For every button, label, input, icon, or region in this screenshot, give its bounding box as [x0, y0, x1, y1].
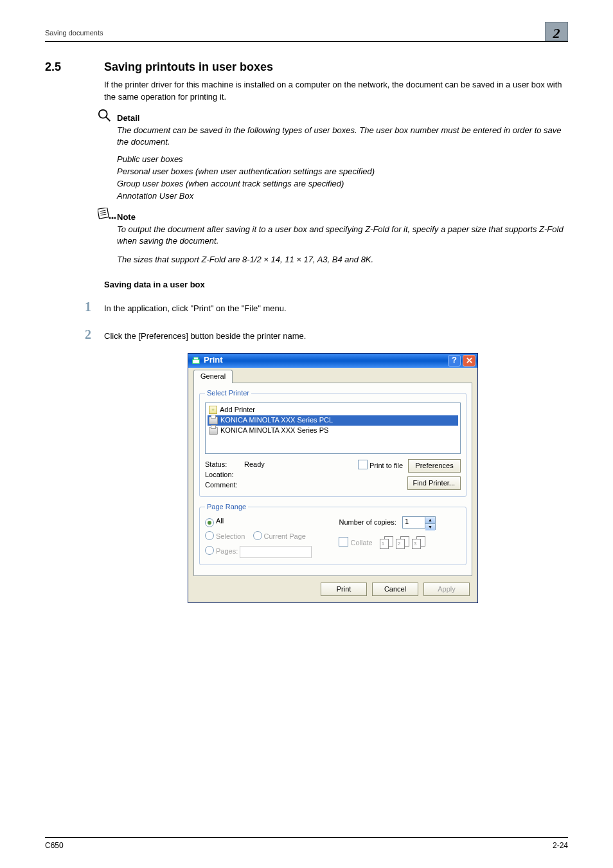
footer-model: C650	[45, 840, 64, 851]
printer-item-add[interactable]: + Add Printer	[208, 405, 458, 415]
section-number: 2.5	[45, 59, 104, 75]
checkbox-icon	[339, 537, 348, 547]
page-header: Saving documents 2	[45, 24, 568, 42]
svg-line-5	[101, 214, 107, 215]
radio-icon	[205, 546, 214, 555]
svg-line-4	[100, 212, 106, 213]
radio-icon	[205, 518, 214, 527]
step-text: In the application, click "Print" on the…	[104, 303, 568, 315]
radio-icon	[253, 531, 262, 540]
copies-stepper[interactable]: 1 ▲ ▼	[402, 516, 436, 530]
tab-general[interactable]: General	[193, 370, 233, 383]
range-selection-label: Selection	[216, 532, 245, 540]
print-to-file-checkbox[interactable]: Print to file	[358, 460, 403, 471]
note-text-2: The sizes that support Z-Fold are 8-1/2 …	[117, 254, 568, 266]
range-all-label: All	[216, 517, 224, 525]
collate-checkbox: Collate	[339, 539, 374, 547]
printer-icon	[209, 417, 218, 424]
cancel-button[interactable]: Cancel	[372, 583, 418, 596]
step-text: Click the [Preferences] button beside th…	[104, 330, 568, 343]
note-icon	[98, 208, 112, 222]
copies-label: Number of copies:	[339, 518, 396, 526]
location-label: Location:	[205, 469, 242, 480]
detail-heading: Detail	[117, 113, 568, 125]
step-number: 2	[85, 325, 104, 344]
svg-rect-2	[98, 208, 109, 219]
status-value: Ready	[244, 460, 265, 468]
section-title: Saving printouts in user boxes	[104, 59, 273, 75]
comment-label: Comment:	[205, 480, 242, 490]
svg-point-8	[114, 217, 116, 219]
svg-line-3	[100, 210, 106, 212]
svg-rect-10	[194, 357, 199, 360]
printer-item[interactable]: KONICA MINOLTA XXX Series PS	[208, 426, 458, 436]
help-button[interactable]: ?	[448, 355, 461, 366]
select-printer-group: Select Printer + Add Printer KONICA MINO…	[199, 388, 466, 497]
range-pages-label: Pages:	[216, 547, 238, 555]
range-currentpage-radio: Current Page	[253, 532, 306, 540]
pages-input	[240, 546, 312, 558]
note-text-1: To output the document after saving it t…	[117, 224, 568, 248]
collate-graphic: 11 22 33	[380, 536, 426, 550]
running-title: Saving documents	[45, 24, 568, 39]
printer-item-label: KONICA MINOLTA XXX Series PS	[220, 426, 328, 436]
printer-listbox[interactable]: + Add Printer KONICA MINOLTA XXX Series …	[205, 402, 461, 454]
svg-point-6	[109, 217, 111, 219]
range-pages-radio: Pages:	[205, 547, 240, 555]
find-printer-button[interactable]: Find Printer...	[407, 476, 461, 490]
svg-line-1	[106, 117, 110, 121]
dialog-title: Print	[204, 354, 223, 366]
dialog-titlebar[interactable]: Print ?	[188, 354, 477, 368]
spin-down-icon[interactable]: ▼	[425, 523, 435, 530]
printer-item-label: Add Printer	[220, 405, 255, 415]
detail-list-item: Group user boxes (when account track set…	[117, 178, 568, 190]
page-range-group: Page Range All	[199, 502, 466, 565]
print-dialog: Print ? General Select Printer	[188, 353, 478, 603]
printer-item-label: KONICA MINOLTA XXX Series PCL	[220, 415, 333, 426]
collate-label: Collate	[350, 539, 372, 547]
print-button[interactable]: Print	[321, 583, 367, 596]
select-printer-legend: Select Printer	[205, 388, 251, 399]
detail-list-item: Annotation User Box	[117, 190, 568, 203]
step-number: 1	[85, 298, 104, 316]
preferences-button[interactable]: Preferences	[408, 459, 461, 473]
range-selection-radio: Selection	[205, 532, 247, 540]
magnifier-icon	[98, 109, 112, 123]
apply-button: Apply	[423, 583, 470, 596]
close-button[interactable]	[463, 355, 475, 366]
print-to-file-label: Print to file	[369, 462, 403, 469]
footer-page-number: 2-24	[553, 840, 568, 851]
detail-list-item: Public user boxes	[117, 154, 568, 166]
detail-text: The document can be saved in the followi…	[117, 125, 568, 149]
detail-list-item: Personal user boxes (when user authentic…	[117, 166, 568, 178]
range-all-radio[interactable]: All	[205, 517, 224, 525]
spin-up-icon[interactable]: ▲	[425, 517, 435, 523]
radio-icon	[205, 531, 214, 540]
svg-point-7	[112, 217, 114, 219]
page-range-legend: Page Range	[205, 502, 248, 512]
copies-value: 1	[402, 516, 425, 529]
page-footer: C650 2-24	[45, 837, 568, 851]
procedure-heading: Saving data in a user box	[104, 279, 568, 291]
status-label: Status:	[205, 459, 242, 469]
printer-item-selected[interactable]: KONICA MINOLTA XXX Series PCL	[208, 415, 458, 426]
checkbox-icon	[358, 460, 368, 469]
svg-rect-9	[193, 359, 200, 363]
svg-point-0	[99, 110, 107, 118]
chapter-number: 2	[553, 26, 560, 41]
note-heading: Note	[117, 212, 568, 224]
chapter-badge: 2	[545, 22, 568, 41]
section-intro: If the printer driver for this machine i…	[104, 79, 568, 104]
printer-icon	[209, 427, 218, 435]
printer-icon	[191, 356, 201, 366]
range-currentpage-label: Current Page	[264, 532, 306, 540]
add-printer-icon: +	[209, 406, 217, 414]
detail-list: Public user boxes Personal user boxes (w…	[117, 154, 568, 202]
